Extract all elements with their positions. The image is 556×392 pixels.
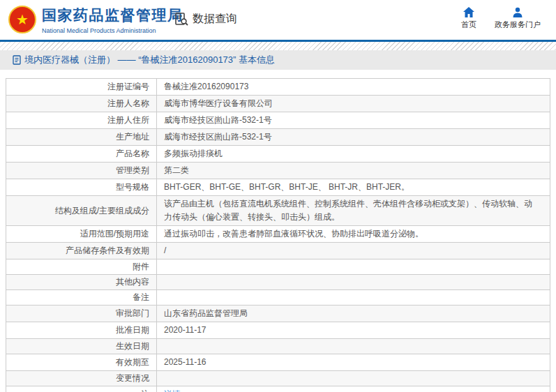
row-label: 注 xyxy=(6,386,157,392)
row-label: 其他内容 xyxy=(6,275,157,289)
row-value: 通过振动叩击，改善患者肺部血液循环状况、协助排出呼吸道分泌物。 xyxy=(157,226,550,242)
row-value xyxy=(157,296,550,299)
table-row: 产品名称多频振动排痰机 xyxy=(6,145,550,162)
table-row: 附件 xyxy=(6,259,550,274)
row-label: 产品储存条件及有效期 xyxy=(6,243,157,259)
row-label: 有效期至 xyxy=(6,354,157,370)
table-row: 生效日期 xyxy=(6,338,550,354)
table-row: 批准日期2020-11-17 xyxy=(6,322,550,338)
table-row: 型号规格BHT-GER、BHT-GE、BHT-GR、BHT-JE、 BHT-JR… xyxy=(6,179,550,195)
row-value: 威海市博华医疗设备有限公司 xyxy=(157,96,550,112)
table-row: 结构及组成/主要组成成分该产品由主机（包括直流电机系统组件、控制系统组件、壳体组… xyxy=(6,195,550,225)
row-value xyxy=(157,266,550,269)
table-row: 有效期至2025-11-16 xyxy=(6,354,550,370)
table-row: 注册人名称威海市博华医疗设备有限公司 xyxy=(6,95,550,112)
row-value: 山东省药品监督管理局 xyxy=(157,306,550,322)
person-icon xyxy=(512,7,523,17)
row-value xyxy=(157,377,550,380)
row-value: 鲁械注准20162090173 xyxy=(157,79,550,95)
row-label: 生效日期 xyxy=(6,339,157,354)
row-value xyxy=(157,345,550,348)
header: ★ 国家药品监督管理局 National Medical Products Ad… xyxy=(0,0,556,40)
row-label: 审批部门 xyxy=(6,306,157,322)
row-value: 该产品由主机（包括直流电机系统组件、控制系统组件、壳体组件含移动柜或支架）、传动… xyxy=(157,196,550,225)
table-row: 生产地址威海市经技区崮山路-532-1号 xyxy=(6,128,550,145)
row-value xyxy=(157,281,550,284)
row-label: 管理类别 xyxy=(6,163,157,179)
hatch-band xyxy=(0,42,556,50)
table-row: 适用范围/预期用途通过振动叩击，改善患者肺部血液循环状况、协助排出呼吸道分泌物。 xyxy=(6,225,550,242)
row-label: 批准日期 xyxy=(6,322,157,338)
row-value: 2025-11-16 xyxy=(157,354,550,370)
table-row: 备注 xyxy=(6,289,550,305)
nav-item-portal[interactable]: 政务服务门户 xyxy=(495,7,541,30)
breadcrumb-bar: 境内医疗器械（注册） —— “鲁械注准20162090173” 基本信息 xyxy=(0,50,556,70)
row-value: 威海市经技区崮山路-532-1号 xyxy=(157,112,550,128)
row-label: 产品名称 xyxy=(6,146,157,162)
info-table: 注册证编号鲁械注准20162090173注册人名称威海市博华医疗设备有限公司注册… xyxy=(6,78,550,392)
detail-link[interactable]: 详情 xyxy=(164,389,181,392)
table-row: 管理类别第二类 xyxy=(6,162,550,179)
row-label: 备注 xyxy=(6,290,157,305)
row-label: 注册人名称 xyxy=(6,96,157,112)
row-label: 附件 xyxy=(6,259,157,274)
row-label: 注册人住所 xyxy=(6,112,157,128)
row-value: 详情 xyxy=(157,386,550,392)
row-value: / xyxy=(157,243,550,259)
nav-portal-label: 政务服务门户 xyxy=(495,20,541,30)
data-query-tab[interactable]: 数据查询 xyxy=(174,12,237,27)
row-label: 生产地址 xyxy=(6,129,157,145)
row-label: 结构及组成/主要组成成分 xyxy=(6,196,157,225)
row-value: 2020-11-17 xyxy=(157,322,550,338)
row-label: 注册证编号 xyxy=(6,79,157,95)
row-label: 适用范围/预期用途 xyxy=(6,226,157,242)
table-row: 注详情 xyxy=(6,386,550,392)
home-icon xyxy=(463,7,474,17)
row-value: 第二类 xyxy=(157,163,550,179)
document-search-icon xyxy=(174,12,189,27)
table-row: 注册人住所威海市经技区崮山路-532-1号 xyxy=(6,112,550,128)
row-label: 型号规格 xyxy=(6,179,157,195)
row-value: BHT-GER、BHT-GE、BHT-GR、BHT-JE、 BHT-JR、BHT… xyxy=(157,179,550,195)
nav-home-label: 首页 xyxy=(461,20,476,30)
table-row: 其他内容 xyxy=(6,274,550,289)
table-row: 注册证编号鲁械注准20162090173 xyxy=(6,79,550,95)
row-value: 多频振动排痰机 xyxy=(157,146,550,162)
table-row: 变更情况 xyxy=(6,370,550,386)
header-nav: 首页 政务服务门户 xyxy=(461,7,541,30)
breadcrumb: 境内医疗器械（注册） —— “鲁械注准20162090173” 基本信息 xyxy=(24,54,275,66)
nav-item-home[interactable]: 首页 xyxy=(461,7,476,30)
data-query-label: 数据查询 xyxy=(193,12,237,27)
national-emblem-icon: ★ xyxy=(8,6,36,33)
agency-name-en: National Medical Products Administration xyxy=(42,27,183,34)
row-label: 变更情况 xyxy=(6,371,157,386)
document-icon xyxy=(13,55,21,65)
table-row: 审批部门山东省药品监督管理局 xyxy=(6,305,550,322)
agency-name: 国家药品监督管理局 xyxy=(42,6,183,25)
row-value: 威海市经技区崮山路-532-1号 xyxy=(157,129,550,145)
agency-title-block: 国家药品监督管理局 National Medical Products Admi… xyxy=(42,6,183,34)
table-row: 产品储存条件及有效期/ xyxy=(6,242,550,259)
